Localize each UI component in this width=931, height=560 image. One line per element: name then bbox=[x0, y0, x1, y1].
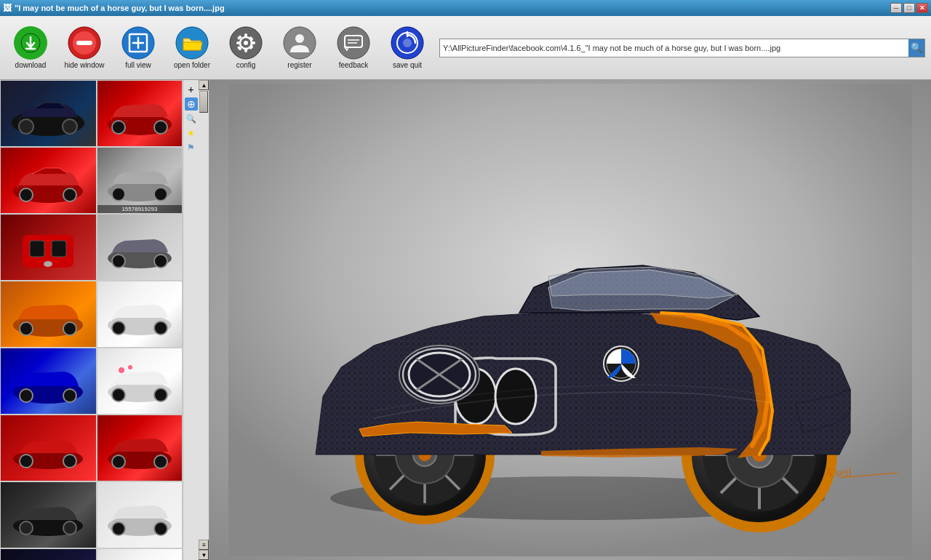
svg-rect-36 bbox=[30, 241, 44, 257]
svg-point-20 bbox=[295, 34, 304, 43]
svg-point-45 bbox=[20, 389, 33, 402]
svg-point-77 bbox=[112, 522, 125, 535]
thumbnail-item[interactable] bbox=[97, 348, 183, 415]
svg-point-34 bbox=[63, 188, 76, 201]
svg-point-75 bbox=[154, 455, 167, 468]
svg-rect-4 bbox=[76, 41, 92, 45]
open-folder-label: open folder bbox=[174, 61, 210, 69]
svg-rect-13 bbox=[236, 41, 241, 44]
window-controls: ─ □ ✕ bbox=[890, 3, 928, 13]
thumbnail-item[interactable] bbox=[0, 281, 97, 348]
address-bar: Y:\AllPictureFinder\facebook.com\4.1.6_"… bbox=[439, 39, 925, 57]
favorite-button[interactable]: ★ bbox=[185, 127, 198, 140]
scroll-down-arrow[interactable]: ▼ bbox=[199, 550, 209, 560]
thumbnail-item[interactable] bbox=[97, 415, 183, 481]
thumbnail-item[interactable] bbox=[97, 80, 183, 147]
minimize-button[interactable]: ─ bbox=[890, 3, 902, 13]
svg-point-31 bbox=[63, 119, 77, 134]
thumbnail-column-1 bbox=[0, 80, 97, 560]
zoom-in-button[interactable]: + bbox=[185, 83, 198, 96]
config-button[interactable]: config bbox=[221, 26, 271, 69]
register-label: register bbox=[287, 61, 311, 69]
feedback-icon bbox=[337, 26, 370, 60]
thumbnail-item[interactable] bbox=[0, 415, 97, 481]
svg-rect-37 bbox=[52, 241, 66, 257]
svg-point-58 bbox=[154, 121, 167, 134]
thumbnail-item[interactable] bbox=[0, 348, 97, 415]
svg-point-27 bbox=[403, 39, 412, 47]
svg-point-67 bbox=[154, 321, 167, 335]
toolbar: download hide window full view bbox=[0, 16, 931, 80]
svg-point-30 bbox=[19, 119, 33, 134]
open-folder-button[interactable]: open folder bbox=[167, 26, 217, 69]
thumbnail-item[interactable] bbox=[97, 281, 183, 348]
svg-point-70 bbox=[154, 388, 167, 401]
svg-rect-11 bbox=[244, 33, 247, 38]
scroll-thumb[interactable] bbox=[199, 91, 208, 113]
tag-button[interactable]: ⚑ bbox=[185, 141, 198, 154]
svg-point-74 bbox=[112, 455, 125, 468]
thumbnail-item[interactable] bbox=[97, 481, 183, 548]
scroll-middle-btn[interactable]: ≡ bbox=[199, 540, 209, 550]
svg-point-61 bbox=[154, 188, 167, 201]
hide-window-label: hide window bbox=[64, 61, 104, 69]
search-button[interactable]: 🔍 bbox=[908, 39, 924, 57]
download-button[interactable]: download bbox=[6, 26, 55, 69]
main-image-area: A'seil bbox=[209, 80, 931, 560]
register-button[interactable]: register bbox=[275, 26, 324, 69]
thumbnail-item[interactable] bbox=[97, 548, 183, 560]
thumbnail-grid: 15578919293 bbox=[0, 80, 209, 560]
thumbnail-item[interactable] bbox=[0, 481, 97, 548]
thumbnail-column-2: 15578919293 bbox=[97, 80, 183, 560]
scroll-up-arrow[interactable]: ▲ bbox=[199, 80, 209, 90]
main-image-background: A'seil bbox=[209, 80, 931, 560]
thumbnail-item[interactable]: 15578919293 bbox=[97, 147, 183, 214]
maximize-button[interactable]: □ bbox=[903, 3, 915, 13]
thumbnail-scrollbar[interactable]: ▲ ≡ ▼ bbox=[199, 80, 209, 560]
close-button[interactable]: ✕ bbox=[916, 3, 928, 13]
svg-point-64 bbox=[154, 255, 167, 268]
svg-point-71 bbox=[119, 367, 124, 373]
feedback-label: feedback bbox=[339, 61, 369, 69]
thumbnail-label: 15578919293 bbox=[97, 205, 183, 213]
svg-point-43 bbox=[63, 322, 76, 335]
svg-point-52 bbox=[63, 521, 76, 535]
svg-rect-14 bbox=[251, 41, 255, 44]
hide-window-icon bbox=[68, 26, 101, 60]
full-view-label: full view bbox=[125, 61, 151, 69]
main-car-image: A'seil bbox=[228, 84, 912, 556]
title-bar-icon: 🖼 bbox=[3, 3, 12, 13]
zoom-out-button[interactable]: ⊕ bbox=[185, 97, 198, 111]
config-label: config bbox=[236, 61, 256, 69]
save-quit-button[interactable]: save quit bbox=[383, 26, 432, 69]
thumbnail-item[interactable] bbox=[0, 80, 97, 147]
save-quit-icon bbox=[391, 26, 424, 60]
thumbnail-item[interactable] bbox=[97, 214, 183, 281]
main-area: 15578919293 bbox=[0, 80, 931, 560]
hide-window-button[interactable]: hide window bbox=[60, 26, 109, 69]
svg-point-33 bbox=[20, 188, 33, 201]
svg-point-51 bbox=[20, 521, 33, 535]
search-side-button[interactable]: 🔍 bbox=[185, 112, 198, 125]
thumbnail-item[interactable] bbox=[0, 147, 97, 214]
scroll-track bbox=[199, 90, 209, 540]
svg-point-10 bbox=[244, 41, 248, 45]
svg-point-42 bbox=[20, 322, 33, 335]
thumbnail-panel: 15578919293 bbox=[0, 80, 209, 560]
svg-point-38 bbox=[44, 261, 52, 267]
download-icon bbox=[14, 26, 47, 60]
full-view-button[interactable]: full view bbox=[113, 26, 163, 69]
side-toolbar: + ⊕ 🔍 ★ ⚑ bbox=[183, 80, 199, 560]
svg-point-48 bbox=[20, 455, 33, 468]
open-folder-icon bbox=[175, 26, 209, 60]
download-label: download bbox=[15, 61, 47, 69]
full-view-icon bbox=[121, 26, 155, 60]
feedback-button[interactable]: feedback bbox=[329, 26, 378, 69]
thumbnail-item[interactable] bbox=[0, 548, 97, 560]
svg-point-60 bbox=[112, 188, 125, 201]
svg-point-66 bbox=[112, 321, 125, 335]
title-bar: 🖼 "I may not be much of a horse guy, but… bbox=[0, 0, 931, 16]
svg-point-49 bbox=[63, 455, 76, 468]
thumbnail-item[interactable] bbox=[0, 214, 97, 281]
config-icon bbox=[229, 26, 263, 60]
